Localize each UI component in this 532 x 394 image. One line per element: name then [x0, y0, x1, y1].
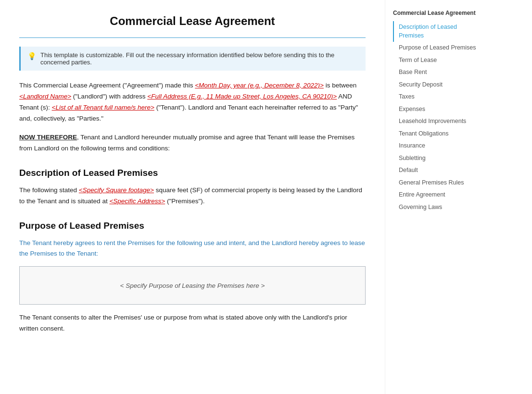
sidebar-nav-item-4[interactable]: Security Deposit	[393, 79, 478, 91]
specific-address-field[interactable]: <Specific Address>	[109, 197, 165, 205]
sidebar-nav-item-14[interactable]: Governing Laws	[393, 201, 478, 214]
sidebar-title: Commercial Lease Agreement	[393, 10, 478, 16]
sidebar: Commercial Lease Agreement Description o…	[385, 0, 486, 394]
intro-part1: This Commercial Lease Agreement ("Agreem…	[19, 82, 195, 89]
sidebar-nav-item-13[interactable]: Entire Agreement	[393, 189, 478, 201]
sidebar-nav-item-11[interactable]: Default	[393, 164, 478, 177]
sidebar-nav-item-3[interactable]: Base Rent	[393, 66, 478, 79]
section-heading-description: Description of Leased Premises	[19, 168, 366, 178]
tenant-name-field[interactable]: <List of all Tenant full name/s here>	[52, 104, 154, 111]
sidebar-nav-item-2[interactable]: Term of Lease	[393, 54, 478, 67]
landlord-address-field[interactable]: <Full Address (E.g., 11 Made up Street, …	[147, 93, 337, 100]
document-title: Commercial Lease Agreement	[19, 14, 366, 28]
notice-icon: 💡	[27, 52, 37, 61]
sidebar-nav-item-9[interactable]: Insurance	[393, 140, 478, 152]
purpose-placeholder: < Specify Purpose of Leasing the Premise…	[120, 282, 265, 289]
purpose-intro-text: The Tenant hereby agrees to rent the Pre…	[19, 238, 366, 260]
sidebar-nav: Description of Leased PremisesPurpose of…	[393, 21, 478, 213]
sidebar-nav-item-6[interactable]: Expenses	[393, 103, 478, 116]
sidebar-nav-item-1[interactable]: Purpose of Leased Premises	[393, 42, 478, 54]
notice-box: 💡 This template is customizable. Fill ou…	[19, 47, 366, 71]
sidebar-nav-item-12[interactable]: General Premises Rules	[393, 177, 478, 189]
sidebar-nav-item-10[interactable]: Subletting	[393, 152, 478, 165]
section-heading-purpose: Purpose of Leased Premises	[19, 221, 366, 231]
notice-text: This template is customizable. Fill out …	[40, 51, 359, 66]
now-therefore-text: NOW THEREFORE, Tenant and Landlord hereu…	[19, 132, 366, 154]
main-content: Commercial Lease Agreement 💡 This templa…	[0, 0, 385, 394]
description-paragraph: The following stated <Specify Square foo…	[19, 185, 366, 207]
sidebar-nav-item-5[interactable]: Taxes	[393, 91, 478, 103]
purpose-input-box[interactable]: < Specify Purpose of Leasing the Premise…	[19, 266, 366, 305]
intro-part2: is between	[324, 82, 356, 89]
intro-part3: ("Landlord") with address	[71, 93, 147, 100]
title-divider	[19, 37, 366, 38]
landlord-name-field[interactable]: <Landlord Name>	[19, 93, 71, 100]
sidebar-nav-item-0[interactable]: Description of Leased Premises	[393, 21, 478, 42]
desc-part3: ("Premises").	[165, 197, 204, 205]
sidebar-nav-item-8[interactable]: Tenant Obligations	[393, 128, 478, 140]
consent-text: The Tenant consents to alter the Premise…	[19, 312, 366, 334]
intro-paragraph: This Commercial Lease Agreement ("Agreem…	[19, 80, 366, 124]
now-therefore-label: NOW THEREFORE	[19, 134, 77, 141]
date-field[interactable]: <Month Day, year (e.g., December 8, 2022…	[195, 82, 324, 89]
desc-part1: The following stated	[19, 186, 79, 194]
sidebar-nav-item-7[interactable]: Leasehold Improvements	[393, 115, 478, 128]
square-footage-field[interactable]: <Specify Square footage>	[79, 186, 154, 194]
